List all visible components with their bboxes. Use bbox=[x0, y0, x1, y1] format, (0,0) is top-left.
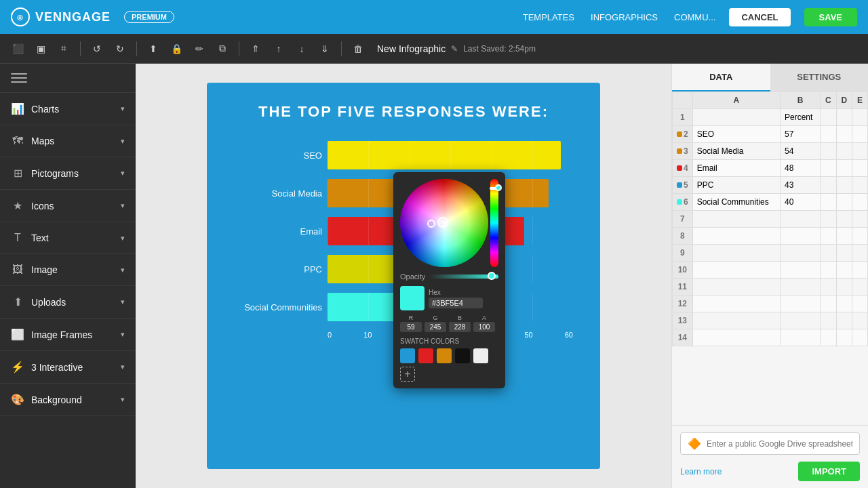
cell-12-a[interactable] bbox=[692, 312, 780, 329]
sidebar-item-uploads[interactable]: ⬆ Uploads ▾ bbox=[0, 286, 136, 319]
cell-6-b[interactable] bbox=[781, 211, 821, 228]
cell-9-e[interactable] bbox=[852, 262, 868, 279]
nav-community[interactable]: COMMU... bbox=[674, 12, 715, 22]
cell-10-d[interactable] bbox=[836, 279, 852, 296]
cell-12-b[interactable] bbox=[781, 312, 821, 329]
cell-0-d[interactable] bbox=[836, 109, 852, 126]
cell-9-a[interactable] bbox=[692, 262, 780, 279]
cell-2-a[interactable]: Social Media bbox=[692, 143, 780, 160]
cell-13-d[interactable] bbox=[836, 329, 852, 346]
drive-url-input[interactable] bbox=[707, 439, 852, 449]
cell-11-c[interactable] bbox=[821, 296, 837, 312]
cell-6-d[interactable] bbox=[836, 211, 852, 228]
toolbar-edit-icon[interactable]: ✏ bbox=[190, 39, 209, 58]
b-input[interactable] bbox=[449, 322, 471, 332]
cell-0-a[interactable] bbox=[692, 109, 780, 126]
cell-8-d[interactable] bbox=[836, 245, 852, 262]
cell-11-a[interactable] bbox=[692, 296, 780, 312]
premium-badge[interactable]: PREMIUM bbox=[124, 11, 174, 23]
cell-3-e[interactable] bbox=[852, 160, 868, 177]
a-input[interactable] bbox=[473, 322, 495, 332]
cell-2-b[interactable]: 54 bbox=[781, 143, 821, 160]
cell-1-a[interactable]: SEO bbox=[692, 126, 780, 143]
toolbar-arrow-down-icon[interactable]: ↓ bbox=[292, 39, 311, 58]
learn-more-link[interactable]: Learn more bbox=[680, 467, 722, 476]
cell-4-b[interactable]: 43 bbox=[781, 177, 821, 194]
cell-12-c[interactable] bbox=[821, 312, 837, 329]
swatch-add-button[interactable]: + bbox=[400, 367, 415, 382]
cell-4-e[interactable] bbox=[852, 177, 868, 194]
cell-9-b[interactable] bbox=[781, 262, 821, 279]
cell-9-c[interactable] bbox=[821, 262, 837, 279]
swatch-3[interactable] bbox=[455, 348, 470, 363]
cell-1-b[interactable]: 57 bbox=[781, 126, 821, 143]
cell-4-a[interactable]: PPC bbox=[692, 177, 780, 194]
swatch-0[interactable] bbox=[400, 348, 415, 363]
swatch-1[interactable] bbox=[418, 348, 433, 363]
cell-9-d[interactable] bbox=[836, 262, 852, 279]
cell-4-d[interactable] bbox=[836, 177, 852, 194]
toolbar-arrow-up-double-icon[interactable]: ⇑ bbox=[246, 39, 265, 58]
cell-7-c[interactable] bbox=[821, 228, 837, 245]
canvas-area[interactable]: THE TOP FIVE RESPONSES WERE: SEO Social … bbox=[136, 64, 671, 488]
sidebar-item-pictograms[interactable]: ⊞ Pictograms ▾ bbox=[0, 157, 136, 190]
cell-8-a[interactable] bbox=[692, 245, 780, 262]
toolbar-arrow-down-double-icon[interactable]: ⇓ bbox=[315, 39, 334, 58]
toolbar-undo-icon[interactable]: ↺ bbox=[87, 39, 106, 58]
sidebar-item-maps[interactable]: 🗺 Maps ▾ bbox=[0, 125, 136, 157]
cell-3-c[interactable] bbox=[821, 160, 837, 177]
cell-5-a[interactable]: Social Communities bbox=[692, 194, 780, 211]
tab-settings[interactable]: SETTINGS bbox=[770, 64, 869, 92]
opacity-slider[interactable] bbox=[429, 274, 498, 279]
cell-13-e[interactable] bbox=[852, 329, 868, 346]
cell-6-a[interactable] bbox=[692, 211, 780, 228]
title-edit-icon[interactable]: ✎ bbox=[451, 44, 458, 54]
save-button[interactable]: SAVE bbox=[804, 8, 857, 26]
cell-3-b[interactable]: 48 bbox=[781, 160, 821, 177]
toolbar-crop-icon[interactable]: ⌗ bbox=[54, 39, 73, 58]
cell-10-b[interactable] bbox=[781, 279, 821, 296]
cell-7-e[interactable] bbox=[852, 228, 868, 245]
bar-row[interactable]: SEO bbox=[234, 141, 573, 169]
hue-slider-container[interactable] bbox=[490, 179, 498, 267]
toolbar-select-icon[interactable]: ⬛ bbox=[8, 39, 27, 58]
swatch-4[interactable] bbox=[473, 348, 488, 363]
cell-11-d[interactable] bbox=[836, 296, 852, 312]
cell-3-d[interactable] bbox=[836, 160, 852, 177]
toolbar-lock-icon[interactable]: 🔒 bbox=[167, 39, 186, 58]
nav-templates[interactable]: TEMPLATES bbox=[523, 12, 574, 22]
toolbar-arrow-up-icon[interactable]: ↑ bbox=[269, 39, 288, 58]
cell-5-b[interactable]: 40 bbox=[781, 194, 821, 211]
cell-1-e[interactable] bbox=[852, 126, 868, 143]
cell-3-a[interactable]: Email bbox=[692, 160, 780, 177]
sidebar-item-text[interactable]: T Text ▾ bbox=[0, 222, 136, 254]
toolbar-redo-icon[interactable]: ↻ bbox=[111, 39, 130, 58]
bar-track-0[interactable] bbox=[328, 141, 573, 169]
cell-0-b[interactable]: Percent bbox=[781, 109, 821, 126]
cell-13-a[interactable] bbox=[692, 329, 780, 346]
cell-10-e[interactable] bbox=[852, 279, 868, 296]
toolbar-trash-icon[interactable]: 🗑 bbox=[349, 39, 368, 58]
cell-7-b[interactable] bbox=[781, 228, 821, 245]
nav-infographics[interactable]: INFOGRAPHICS bbox=[591, 12, 658, 22]
hex-input[interactable] bbox=[429, 298, 483, 308]
cell-2-d[interactable] bbox=[836, 143, 852, 160]
cell-6-e[interactable] bbox=[852, 211, 868, 228]
sidebar-item-image-frames[interactable]: ⬜ Image Frames ▾ bbox=[0, 319, 136, 351]
cell-8-c[interactable] bbox=[821, 245, 837, 262]
cell-0-c[interactable] bbox=[821, 109, 837, 126]
cell-13-b[interactable] bbox=[781, 329, 821, 346]
cell-5-c[interactable] bbox=[821, 194, 837, 211]
cell-11-b[interactable] bbox=[781, 296, 821, 312]
cell-12-d[interactable] bbox=[836, 312, 852, 329]
sidebar-item-background[interactable]: 🎨 Background ▾ bbox=[0, 384, 136, 416]
cell-13-c[interactable] bbox=[821, 329, 837, 346]
cell-5-e[interactable] bbox=[852, 194, 868, 211]
cell-7-d[interactable] bbox=[836, 228, 852, 245]
cell-8-b[interactable] bbox=[781, 245, 821, 262]
swatch-2[interactable] bbox=[437, 348, 452, 363]
sidebar-item-charts[interactable]: 📊 Charts ▾ bbox=[0, 93, 136, 125]
cell-5-d[interactable] bbox=[836, 194, 852, 211]
cell-2-c[interactable] bbox=[821, 143, 837, 160]
cell-0-e[interactable] bbox=[852, 109, 868, 126]
